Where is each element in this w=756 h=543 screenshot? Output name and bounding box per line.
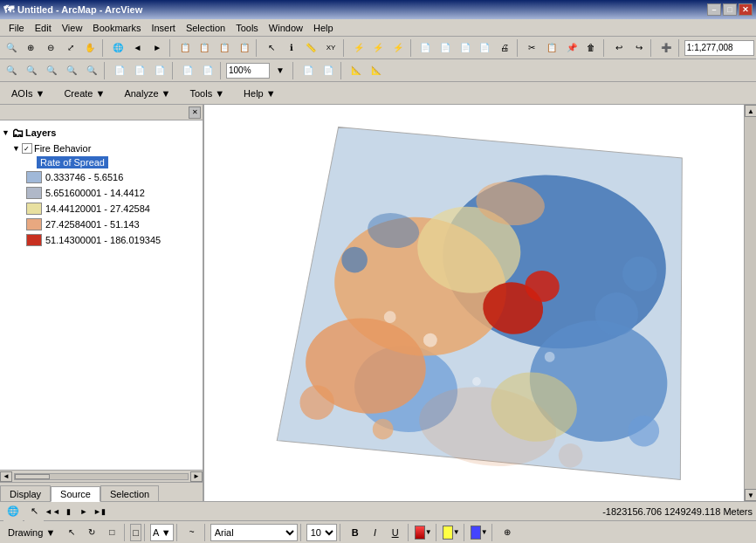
- tab-source[interactable]: Source: [51, 486, 100, 502]
- tb2-btn7[interactable]: 📄: [130, 61, 149, 80]
- tb2-btn13[interactable]: 📐: [347, 61, 366, 80]
- menu-edit[interactable]: Edit: [30, 21, 57, 35]
- close-button[interactable]: ✕: [739, 3, 753, 16]
- map-area[interactable]: ▲ ▼: [204, 105, 756, 501]
- draw-shape[interactable]: □: [130, 524, 141, 541]
- maximize-button[interactable]: □: [723, 3, 737, 16]
- task8[interactable]: 🖨: [495, 38, 514, 58]
- percent-down[interactable]: ▼: [271, 61, 290, 80]
- tool4[interactable]: 📋: [235, 38, 254, 58]
- scroll-down-btn[interactable]: ▼: [745, 489, 756, 501]
- globe-button[interactable]: 🌐: [108, 38, 127, 58]
- bold-button[interactable]: B: [346, 523, 365, 542]
- zoom-out-button[interactable]: ⊖: [41, 38, 60, 58]
- draw-freehand[interactable]: ~: [182, 523, 202, 542]
- menu-bookmarks[interactable]: Bookmarks: [87, 21, 146, 35]
- expand-fire[interactable]: ▼: [12, 144, 20, 153]
- tb2-btn4[interactable]: 🔍: [62, 61, 81, 80]
- pointer-btn[interactable]: ↖: [24, 502, 44, 521]
- delete-button[interactable]: 🗑: [582, 38, 601, 58]
- draw-select[interactable]: ↖: [62, 523, 81, 542]
- tools-button[interactable]: Tools ▼: [182, 86, 232, 101]
- task5[interactable]: 📄: [436, 38, 455, 58]
- aois-button[interactable]: AOIs ▼: [3, 86, 52, 101]
- tool2[interactable]: 📋: [196, 38, 215, 58]
- line-color-button[interactable]: ▼: [470, 523, 489, 542]
- highlight-color-button[interactable]: ▼: [442, 523, 461, 542]
- back-button[interactable]: ◄: [128, 38, 148, 58]
- fire-behavior-checkbox[interactable]: ✓: [22, 143, 32, 154]
- panel-scrollbar[interactable]: ◄ ►: [0, 470, 203, 482]
- menu-file[interactable]: File: [3, 21, 30, 35]
- add-data-button[interactable]: ➕: [656, 38, 676, 58]
- minimize-button[interactable]: –: [707, 3, 721, 16]
- cut-button[interactable]: ✂: [523, 38, 542, 58]
- tb2-btn2[interactable]: 🔍: [22, 61, 41, 80]
- nav-play[interactable]: ▮: [61, 505, 75, 519]
- pan-button[interactable]: ✋: [81, 38, 100, 58]
- tb2-btn10[interactable]: 📄: [198, 61, 217, 80]
- font-size-selector[interactable]: 10: [306, 524, 337, 541]
- info-button[interactable]: ℹ: [282, 38, 301, 58]
- new-button[interactable]: 🔍: [2, 38, 21, 58]
- tb2-btn12[interactable]: 📄: [319, 61, 338, 80]
- text-tool[interactable]: A ▼: [150, 524, 174, 541]
- zoom-in-button[interactable]: ⊕: [22, 38, 41, 58]
- forward-button[interactable]: ►: [148, 38, 167, 58]
- task4[interactable]: 📄: [416, 38, 436, 58]
- undo-button[interactable]: ↩: [609, 38, 629, 58]
- zoom-percent[interactable]: 100%: [226, 63, 270, 79]
- tb2-btn5[interactable]: 🔍: [82, 61, 101, 80]
- full-extent-button[interactable]: ⤢: [61, 38, 80, 58]
- scroll-right-btn[interactable]: ►: [190, 471, 203, 482]
- draw-rotate[interactable]: ↻: [82, 523, 101, 542]
- tab-display[interactable]: Display: [0, 485, 51, 501]
- layer-name-label[interactable]: Rate of Spread: [37, 156, 108, 168]
- scroll-left-btn[interactable]: ◄: [0, 471, 12, 482]
- task6[interactable]: 📄: [456, 38, 475, 58]
- menu-help[interactable]: Help: [308, 21, 339, 35]
- task3[interactable]: ⚡: [388, 38, 408, 58]
- tb2-btn1[interactable]: 🔍: [2, 61, 21, 80]
- tool1[interactable]: 📋: [175, 38, 195, 58]
- nav-end[interactable]: ►▮: [93, 505, 107, 519]
- menu-view[interactable]: View: [57, 21, 88, 35]
- redo-button[interactable]: ↪: [629, 38, 649, 58]
- tb2-btn9[interactable]: 📄: [178, 61, 197, 80]
- copy-button[interactable]: 📋: [542, 38, 561, 58]
- tool3[interactable]: 📋: [215, 38, 234, 58]
- tb2-btn11[interactable]: 📄: [299, 61, 318, 80]
- task2[interactable]: ⚡: [368, 38, 388, 58]
- tb2-btn8[interactable]: 📄: [150, 61, 169, 80]
- underline-button[interactable]: U: [386, 523, 405, 542]
- create-button[interactable]: Create ▼: [56, 86, 113, 101]
- tb2-btn6[interactable]: 📄: [110, 61, 129, 80]
- analyze-button[interactable]: Analyze ▼: [116, 86, 178, 101]
- drawing-dropdown[interactable]: Drawing ▼: [2, 523, 61, 542]
- panel-close-button[interactable]: ✕: [189, 107, 201, 119]
- scale-display[interactable]: 1:1,277,008: [684, 40, 754, 56]
- font-color-button[interactable]: ▼: [414, 523, 433, 542]
- tb2-btn14[interactable]: 📐: [367, 61, 386, 80]
- menu-tools[interactable]: Tools: [230, 21, 264, 35]
- expand-layers[interactable]: ▼: [2, 128, 10, 137]
- paste-button[interactable]: 📌: [562, 38, 581, 58]
- nav-forward[interactable]: ►: [77, 505, 91, 519]
- measure-button[interactable]: 📏: [302, 38, 321, 58]
- globe-nav-btn[interactable]: 🌐: [3, 502, 23, 521]
- menu-window[interactable]: Window: [264, 21, 308, 35]
- xy-button[interactable]: XY: [321, 38, 340, 58]
- draw-btn-extra[interactable]: ⊕: [498, 523, 517, 542]
- menu-insert[interactable]: Insert: [146, 21, 181, 35]
- tb2-btn3[interactable]: 🔍: [42, 61, 61, 80]
- font-selector[interactable]: Arial: [210, 524, 298, 541]
- scroll-up-btn[interactable]: ▲: [745, 105, 756, 117]
- tab-selection[interactable]: Selection: [100, 485, 159, 501]
- menu-selection[interactable]: Selection: [181, 21, 230, 35]
- italic-button[interactable]: I: [366, 523, 385, 542]
- cursor-tool[interactable]: ↖: [262, 38, 281, 58]
- help-button[interactable]: Help ▼: [236, 86, 284, 101]
- task1[interactable]: ⚡: [349, 38, 368, 58]
- draw-tool2[interactable]: □: [102, 523, 121, 542]
- task7[interactable]: 📄: [475, 38, 494, 58]
